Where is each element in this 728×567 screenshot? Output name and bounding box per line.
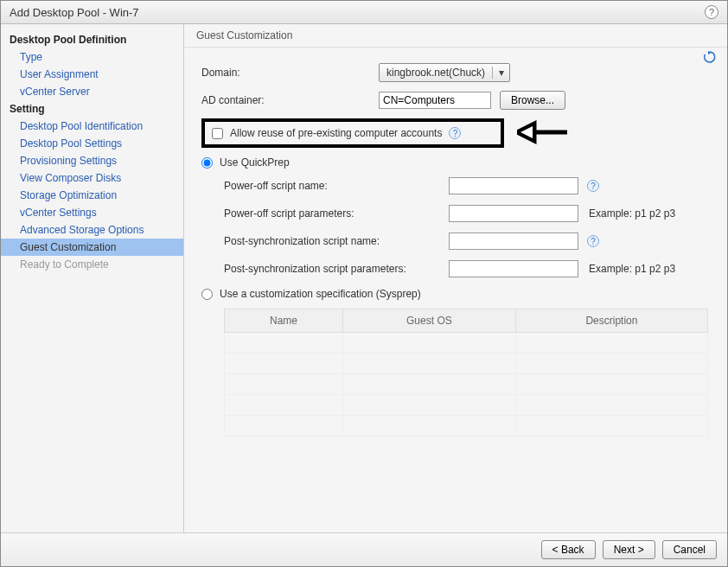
sidebar: Desktop Pool Definition Type User Assign…	[1, 24, 184, 532]
table-row[interactable]	[225, 416, 708, 436]
dropdown-domain-value: kingbrook.net(Chuck)	[380, 67, 492, 79]
sidebar-item-vcenter-settings[interactable]: vCenter Settings	[1, 204, 183, 221]
table-row[interactable]	[225, 354, 708, 374]
row-poweroff-name: Power-off script name: ?	[224, 177, 710, 194]
dialog-window: Add Desktop Pool - Win-7 ? Desktop Pool …	[0, 0, 728, 567]
label-domain: Domain:	[201, 67, 379, 79]
row-quickprep: Use QuickPrep	[201, 156, 710, 169]
sidebar-item-pool-settings[interactable]: Desktop Pool Settings	[1, 135, 183, 152]
th-guest-os[interactable]: Guest OS	[342, 309, 515, 333]
sidebar-item-advanced-storage[interactable]: Advanced Storage Options	[1, 221, 183, 239]
help-icon[interactable]: ?	[587, 180, 599, 192]
radio-quickprep[interactable]	[201, 157, 213, 169]
label-postsync-name: Post-synchronization script name:	[224, 235, 449, 247]
chevron-down-icon: ▾	[492, 67, 509, 79]
content-header: Guest Customization	[184, 24, 727, 48]
browse-button[interactable]: Browse...	[500, 91, 565, 110]
content-area: Guest Customization Domain: kingbrook.ne…	[184, 24, 727, 532]
row-poweroff-params: Power-off script parameters: Example: p1…	[224, 205, 710, 222]
row-postsync-params: Post-synchronization script parameters: …	[224, 260, 710, 277]
window-title: Add Desktop Pool - Win-7	[10, 6, 139, 19]
table-row[interactable]	[225, 374, 708, 395]
checkbox-allow-reuse[interactable]	[212, 128, 223, 139]
label-allow-reuse: Allow reuse of pre-existing computer acc…	[230, 127, 442, 139]
row-postsync-name: Post-synchronization script name: ?	[224, 233, 710, 250]
label-quickprep: Use QuickPrep	[220, 156, 290, 169]
row-ad-container: AD container: Browse...	[201, 91, 710, 110]
label-postsync-params: Post-synchronization script parameters:	[224, 263, 449, 275]
refresh-icon[interactable]	[703, 50, 717, 67]
th-name[interactable]: Name	[225, 309, 343, 333]
example-postsync-params: Example: p1 p2 p3	[589, 263, 675, 275]
back-button[interactable]: < Back	[541, 540, 596, 559]
help-icon[interactable]: ?	[587, 235, 599, 247]
footer: < Back Next > Cancel	[1, 532, 727, 566]
sidebar-item-user-assignment[interactable]: User Assignment	[1, 66, 183, 83]
input-poweroff-params[interactable]	[449, 205, 578, 222]
input-postsync-params[interactable]	[449, 260, 578, 277]
input-ad-container[interactable]	[379, 92, 491, 109]
titlebar: Add Desktop Pool - Win-7 ?	[1, 1, 727, 24]
dropdown-domain[interactable]: kingbrook.net(Chuck) ▾	[379, 63, 510, 82]
sysprep-sub-block: Name Guest OS Description	[224, 309, 710, 436]
content-body: Domain: kingbrook.net(Chuck) ▾ AD contai…	[184, 48, 727, 532]
sidebar-item-pool-identification[interactable]: Desktop Pool Identification	[1, 118, 183, 135]
sidebar-item-guest-customization[interactable]: Guest Customization	[1, 239, 183, 256]
sidebar-item-vcenter-server[interactable]: vCenter Server	[1, 83, 183, 100]
body-area: Desktop Pool Definition Type User Assign…	[1, 24, 727, 532]
quickprep-sub-block: Power-off script name: ? Power-off scrip…	[224, 177, 710, 277]
help-icon[interactable]: ?	[705, 5, 718, 19]
sidebar-heading-definition: Desktop Pool Definition	[1, 31, 183, 48]
input-poweroff-name[interactable]	[449, 177, 578, 194]
label-poweroff-name: Power-off script name:	[224, 180, 449, 192]
label-ad-container: AD container:	[201, 94, 379, 106]
input-postsync-name[interactable]	[449, 233, 578, 250]
label-sysprep: Use a customization specification (Syspr…	[220, 288, 421, 300]
help-icon[interactable]: ?	[449, 127, 461, 139]
radio-sysprep[interactable]	[201, 289, 213, 300]
sidebar-heading-setting: Setting	[1, 100, 183, 118]
table-row[interactable]	[225, 333, 708, 354]
label-poweroff-params: Power-off script parameters:	[224, 207, 449, 220]
highlight-allow-reuse: Allow reuse of pre-existing computer acc…	[201, 118, 504, 148]
next-button[interactable]: Next >	[603, 540, 655, 559]
sidebar-item-provisioning[interactable]: Provisioning Settings	[1, 152, 183, 169]
sidebar-item-ready-complete: Ready to Complete	[1, 256, 183, 273]
arrow-annotation-icon	[517, 120, 569, 147]
sysprep-table: Name Guest OS Description	[224, 309, 708, 436]
example-poweroff-params: Example: p1 p2 p3	[589, 207, 675, 220]
sidebar-item-storage-optimization[interactable]: Storage Optimization	[1, 187, 183, 204]
row-domain: Domain: kingbrook.net(Chuck) ▾	[201, 63, 710, 82]
sidebar-item-type[interactable]: Type	[1, 48, 183, 66]
row-sysprep: Use a customization specification (Syspr…	[201, 288, 710, 300]
cancel-button[interactable]: Cancel	[662, 540, 717, 559]
table-row[interactable]	[225, 395, 708, 416]
sidebar-item-composer-disks[interactable]: View Composer Disks	[1, 169, 183, 187]
th-description[interactable]: Description	[515, 309, 707, 333]
